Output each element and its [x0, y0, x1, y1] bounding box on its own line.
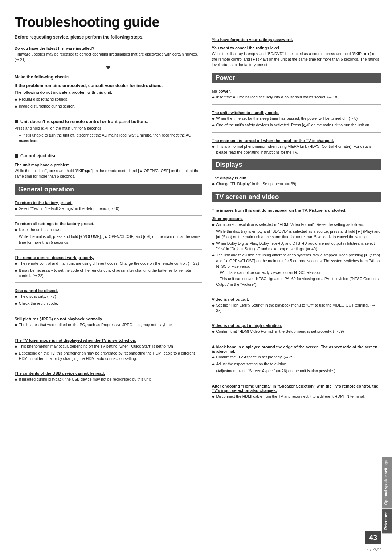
- black-band-note: (Adjustment using "Screen Aspect" (⇒ 26)…: [216, 368, 381, 374]
- bullet-icon: ●: [15, 261, 17, 267]
- disc-cannot-heading: Disc cannot be played.: [15, 288, 202, 293]
- unit-doesnt-respond-text1: Press and hold [⏻/I] on the main unit fo…: [15, 126, 202, 131]
- divider: [212, 291, 381, 291]
- bullet-icon: ●: [15, 351, 17, 357]
- jittering-reset-text: While the disc tray is empty and "BD/DVD…: [216, 229, 381, 240]
- list-item: ● This phenomenon may occur, depending o…: [15, 344, 202, 350]
- bullet-icon: ●: [212, 329, 215, 335]
- list-item: ● It may be necessary to set the code of…: [15, 268, 202, 279]
- dash-item: This unit can convert NTSC signals to PA…: [216, 276, 381, 287]
- list-item: ● The disc is dirty. (⇒ 7): [15, 294, 202, 300]
- standby-heading: The unit switches to standby mode.: [212, 110, 381, 115]
- list-item: ● Confirm that "HDMI Video Format" in th…: [212, 329, 381, 335]
- bullet-icon: ●: [15, 344, 17, 350]
- list-item: ● Change "FL Display" in the Setup menu.…: [212, 181, 381, 187]
- list-item: ● The unit and television are using diff…: [212, 252, 381, 269]
- general-operation-header: General operation: [15, 184, 202, 195]
- list-item: ● Regular disc rotating sounds.: [15, 97, 202, 103]
- if-problem-heading: If the problem remains unresolved, consu…: [15, 83, 202, 88]
- list-item: ● Insert the AC mains lead securely into…: [212, 94, 381, 101]
- cannot-eject-subheading: The unit may have a problem.: [15, 163, 202, 167]
- cannot-eject-text: While the unit is off, press and hold [S…: [15, 168, 202, 179]
- return-all-extra-text: While the unit is off, press and hold [+…: [19, 234, 202, 245]
- bullet-icon: ●: [212, 222, 215, 228]
- divider: [212, 378, 381, 378]
- triangle-down-icon: [15, 65, 202, 71]
- ratings-text: While the disc tray is empty and "BD/DVD…: [212, 51, 381, 68]
- intro-bold-line: Before requesting service, please perfor…: [15, 35, 202, 40]
- list-item: ● Confirm the "TV Aspect" is set properl…: [212, 355, 381, 361]
- sidebar-tabs: Optional speaker settings Reference: [382, 457, 392, 533]
- bullet-icon: ●: [15, 294, 17, 300]
- bullet-icon: ●: [212, 394, 215, 400]
- still-pictures-heading: Still pictures (JPEG) do not playback no…: [15, 317, 202, 321]
- ratings-heading1: You have forgotten your ratings password…: [212, 37, 381, 42]
- square-icon: [15, 120, 18, 123]
- divider: [15, 113, 202, 113]
- bullet-icon: ●: [15, 104, 17, 110]
- bullet-icon: ●: [15, 268, 17, 274]
- page-title: Troubleshooting guide: [15, 15, 381, 30]
- list-item: ● This is a normal phenomenon when using…: [212, 144, 381, 155]
- bullet-icon: ●: [212, 361, 215, 368]
- remote-control-heading: The remote control doesn't work properly…: [15, 255, 202, 260]
- firmware-heading: Do you have the latest firmware installe…: [15, 46, 202, 50]
- bullet-icon: ●: [15, 322, 17, 328]
- not-indicate-heading: The following do not indicate a problem …: [15, 90, 202, 95]
- bullet-icon: ●: [15, 301, 17, 307]
- divider: [15, 147, 202, 147]
- divider: [212, 317, 381, 317]
- list-item: ● An incorrect resolution is selected in…: [212, 222, 381, 228]
- page-number: 43: [365, 531, 381, 544]
- power-header: Power: [212, 73, 381, 83]
- list-item: ● Set the "High Clarity Sound" in the pl…: [212, 303, 381, 313]
- divider: [15, 215, 202, 216]
- video-not-hd-heading: Video is not output in high definition.: [212, 323, 381, 328]
- bullet-icon: ●: [212, 116, 215, 122]
- bullet-icon: ●: [15, 97, 17, 103]
- left-column: Before requesting service, please perfor…: [15, 35, 202, 540]
- page-container: Troubleshooting guide Before requesting …: [0, 0, 392, 555]
- black-band-heading: A black band is displayed around the edg…: [212, 345, 381, 353]
- list-item: ● Check the region code.: [15, 301, 202, 307]
- tv-screen-header: TV screen and video: [212, 192, 381, 202]
- list-item: ● When Dolby Digital Plus, Dolby TrueHD,…: [212, 241, 381, 252]
- bullet-icon: ●: [212, 122, 215, 129]
- square-icon: [15, 154, 18, 158]
- doc-id: VQT2Q52: [366, 547, 381, 551]
- list-item: ● When the time set for the sleep timer …: [212, 116, 381, 122]
- cannot-eject-title: Cannot eject disc.: [15, 153, 202, 158]
- bullet-icon: ●: [15, 227, 17, 233]
- factory-preset-heading: To return to the factory preset.: [15, 200, 202, 205]
- jittering-heading: Jittering occurs.: [212, 216, 381, 221]
- divider: [15, 249, 202, 250]
- list-item: ● If inserted during playback, the USB d…: [15, 377, 202, 383]
- list-item: ● Adjust the aspect setting on the telev…: [212, 361, 381, 368]
- tv-tuner-heading: The TV tuner mode is not displayed when …: [15, 338, 202, 343]
- dash-item: PAL discs cannot be correctly viewed on …: [216, 270, 381, 275]
- divider: [212, 104, 381, 105]
- bullet-icon: ●: [212, 303, 215, 309]
- sidebar-tab-reference: Reference: [382, 509, 392, 533]
- list-item: ● The images that were edited on the PC,…: [15, 322, 202, 328]
- list-item: ● Select "Yes" in "Default Settings" in …: [15, 206, 202, 212]
- make-checks-heading: Make the following checks.: [15, 74, 202, 80]
- list-item: ● Disconnect the HDMI cable from the TV …: [212, 394, 381, 400]
- divider: [15, 365, 202, 365]
- list-item: ● Reset the unit as follows:: [15, 227, 202, 233]
- list-item: ● The remote control and main unit are u…: [15, 261, 202, 267]
- list-item: ● Image disturbance during search.: [15, 104, 202, 110]
- images-not-appear-heading: The images from this unit do not appear …: [212, 208, 381, 212]
- unit-doesnt-respond-title: Unit doesn't respond to remote control o…: [15, 119, 202, 124]
- not-indicate-item-1: Regular disc rotating sounds.: [19, 97, 68, 102]
- divider: [15, 282, 202, 283]
- bullet-icon: ●: [15, 377, 17, 383]
- divider: [15, 332, 202, 332]
- bullet-icon: ●: [212, 241, 215, 247]
- divider: [212, 132, 381, 133]
- home-cinema-heading: After choosing "Home Cinema" in "Speaker…: [212, 384, 381, 393]
- bullet-icon: ●: [15, 206, 17, 212]
- display-dim-heading: The display is dim.: [212, 176, 381, 180]
- return-all-settings-heading: To return all settings to the factory pr…: [15, 222, 202, 226]
- two-column-layout: Before requesting service, please perfor…: [15, 35, 381, 540]
